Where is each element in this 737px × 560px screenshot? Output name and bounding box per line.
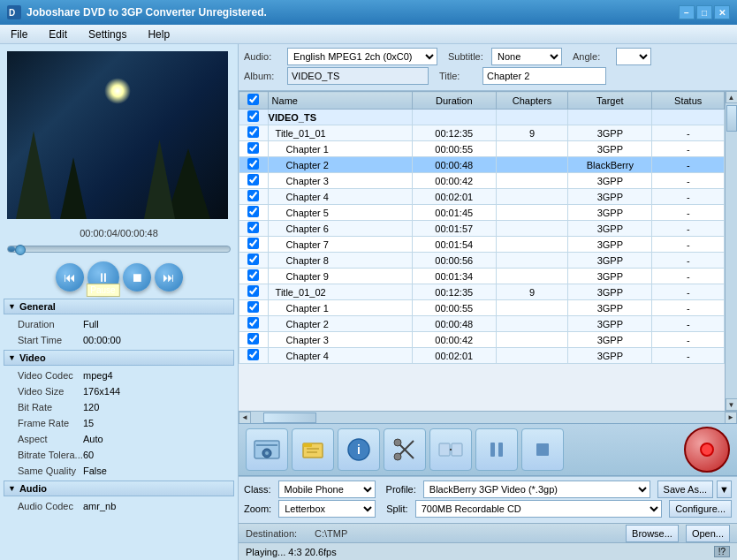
forward-button[interactable]: ⏭ [155, 263, 183, 291]
header-target: Target [568, 92, 652, 110]
table-row[interactable]: Chapter 1 00:00:55 3GPP - [239, 300, 725, 316]
playing-info: Playing... 4:3 20.6fps [246, 547, 337, 557]
table-row[interactable]: Chapter 3 00:00:42 3GPP - [239, 332, 725, 348]
h-scroll-thumb[interactable] [263, 412, 316, 423]
record-button[interactable] [684, 427, 730, 473]
vertical-scrollbar[interactable]: ▲ ▼ [725, 91, 737, 411]
row-checkbox[interactable] [247, 285, 259, 297]
audio-section-header[interactable]: ▼ Audio [4, 481, 234, 496]
maximize-button[interactable]: □ [696, 5, 712, 19]
row-checkbox[interactable] [247, 301, 259, 313]
row-status: - [652, 300, 725, 316]
info-button[interactable]: i [338, 428, 380, 471]
duration-row: Duration Full [4, 316, 234, 332]
toolbar-stop-button[interactable] [521, 428, 564, 471]
open-dvd-button[interactable] [246, 428, 288, 471]
header-checkbox [239, 92, 269, 110]
rewind-button[interactable]: ⏮ [56, 263, 84, 291]
merge-button[interactable] [429, 428, 472, 471]
row-checkbox[interactable] [247, 254, 259, 265]
zoom-select[interactable]: Letterbox [278, 500, 376, 518]
split-select[interactable]: 700MB Recordable CD [415, 500, 662, 518]
configure-button[interactable]: Configure... [669, 500, 732, 518]
subtitle-select[interactable]: None [491, 48, 562, 65]
open-file-button[interactable] [292, 428, 334, 471]
menu-edit[interactable]: Edit [38, 25, 78, 43]
table-row[interactable]: Chapter 4 00:02:01 3GPP - [239, 348, 725, 364]
row-name: Chapter 6 [268, 221, 412, 237]
angle-select[interactable] [616, 48, 651, 65]
row-checkbox[interactable] [247, 110, 259, 122]
table-row[interactable]: Chapter 4 00:02:01 3GPP - [239, 189, 725, 205]
row-duration: 00:00:42 [412, 173, 496, 189]
row-checkbox[interactable] [247, 222, 259, 233]
bitrate-tol-value: 60 [83, 450, 234, 460]
row-status: - [652, 141, 725, 157]
table-row[interactable]: Title_01_01 00:12:35 9 3GPP - [239, 125, 725, 141]
profile-select[interactable]: BlackBerry 3GP Video (*.3gp) [423, 481, 650, 498]
menu-file[interactable]: File [0, 25, 38, 43]
row-name: Chapter 4 [268, 189, 412, 205]
table-row[interactable]: Chapter 1 00:00:55 3GPP - [239, 141, 725, 157]
general-section-header[interactable]: ▼ General [4, 299, 234, 314]
table-row[interactable]: Chapter 2 00:00:48 3GPP - [239, 316, 725, 332]
frame-rate-label: Frame Rate [4, 418, 83, 428]
open-button[interactable]: Open... [686, 525, 730, 542]
video-size-row: Video Size 176x144 [4, 383, 234, 399]
row-name: Chapter 1 [268, 141, 412, 157]
title-input[interactable] [482, 67, 606, 85]
table-row[interactable]: Chapter 9 00:01:34 3GPP - [239, 269, 725, 284]
chapter-scroll-area[interactable]: Name Duration Chapters Target Status VID… [239, 91, 725, 411]
row-status: - [652, 237, 725, 253]
stop-button[interactable]: ⏹ [123, 263, 151, 291]
album-input[interactable] [287, 67, 429, 85]
cut-button[interactable] [384, 428, 426, 471]
row-target: 3GPP [568, 300, 652, 316]
table-row[interactable]: Chapter 7 00:01:54 3GPP - [239, 237, 725, 253]
menu-help[interactable]: Help [137, 25, 180, 43]
toolbar-pause-button[interactable] [475, 428, 518, 471]
table-row[interactable]: Title_01_02 00:12:35 9 3GPP - [239, 284, 725, 300]
row-checkbox[interactable] [247, 269, 259, 281]
scroll-right-arrow[interactable]: ► [725, 412, 737, 424]
table-row[interactable]: VIDEO_TS [239, 110, 725, 125]
horizontal-scrollbar[interactable]: ◄ ► [239, 411, 737, 423]
row-checkbox[interactable] [247, 142, 259, 154]
bitrate-tol-row: Bitrate Tolera... 60 [4, 447, 234, 463]
class-select[interactable]: Mobile Phone [278, 481, 376, 498]
menu-settings[interactable]: Settings [78, 25, 137, 43]
pause-button[interactable]: ⏸ Pause [87, 261, 119, 293]
row-checkbox[interactable] [247, 190, 259, 201]
progress-bar[interactable] [7, 244, 231, 254]
row-checkbox[interactable] [247, 126, 259, 138]
scroll-thumb[interactable] [726, 105, 737, 132]
scroll-down-arrow[interactable]: ▼ [726, 398, 738, 411]
scroll-up-arrow[interactable]: ▲ [726, 91, 738, 103]
row-duration: 00:00:55 [412, 141, 496, 157]
row-checkbox[interactable] [247, 238, 259, 249]
video-section-header[interactable]: ▼ Video [4, 350, 234, 366]
row-checkbox[interactable] [247, 206, 259, 217]
help-icon[interactable]: !? [714, 546, 730, 557]
table-row[interactable]: Chapter 8 00:00:56 3GPP - [239, 253, 725, 269]
chapter-table: Name Duration Chapters Target Status VID… [239, 91, 725, 364]
close-button[interactable]: ✕ [714, 5, 730, 19]
table-row[interactable]: Chapter 2 00:00:48 BlackBerry - [239, 157, 725, 173]
select-all-checkbox[interactable] [247, 94, 259, 105]
save-as-button[interactable]: Save As... [657, 481, 714, 498]
row-checkbox[interactable] [247, 333, 259, 344]
row-checkbox[interactable] [247, 158, 259, 170]
row-checkbox[interactable] [247, 349, 259, 360]
table-row[interactable]: Chapter 5 00:01:45 3GPP - [239, 205, 725, 221]
table-row[interactable]: Chapter 6 00:01:57 3GPP - [239, 221, 725, 237]
row-checkbox[interactable] [247, 317, 259, 329]
row-checkbox-cell [239, 253, 269, 269]
table-row[interactable]: Chapter 3 00:00:42 3GPP - [239, 173, 725, 189]
row-checkbox[interactable] [247, 174, 259, 185]
scroll-left-arrow[interactable]: ◄ [239, 412, 251, 424]
save-as-dropdown[interactable]: ▼ [717, 481, 732, 498]
browse-button[interactable]: Browse... [626, 525, 679, 542]
audio-select[interactable]: English MPEG1 2ch (0xC0) [287, 48, 437, 65]
minimize-button[interactable]: − [679, 5, 695, 19]
progress-thumb[interactable] [15, 245, 26, 255]
